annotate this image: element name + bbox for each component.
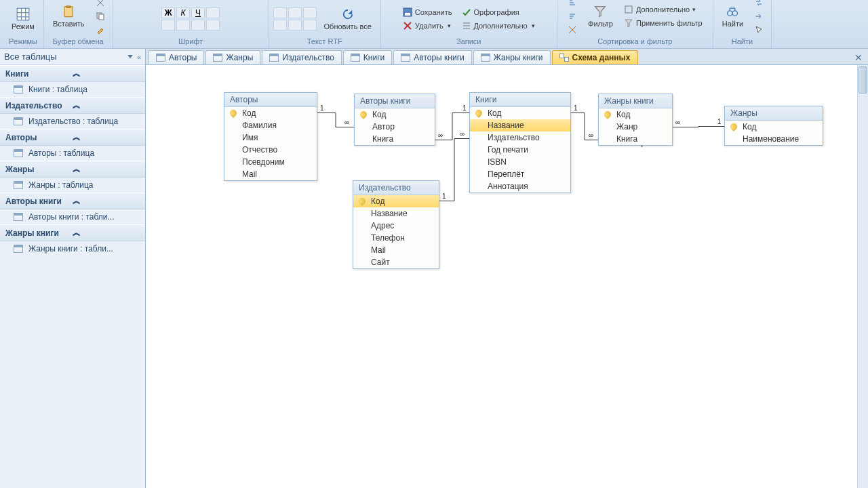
apply-filter-button[interactable]: Применить фильтр: [620, 17, 706, 29]
nav-group-header[interactable]: Жанры книги︽: [0, 224, 145, 241]
schema-field[interactable]: Mail: [224, 168, 317, 180]
schema-field[interactable]: Фамилия: [224, 119, 317, 131]
document-tab[interactable]: Жанры: [205, 50, 260, 64]
schema-table[interactable]: ИздательствоКодНазваниеАдресТелефонMailС…: [353, 180, 439, 269]
schema-field[interactable]: Сайт: [353, 256, 439, 268]
paste-button[interactable]: Вставить: [48, 3, 90, 30]
nav-item[interactable]: Авторы книги : табли...: [0, 209, 145, 224]
schema-field[interactable]: Переплёт: [470, 168, 570, 180]
indent-inc-button[interactable]: [273, 20, 287, 30]
schema-field[interactable]: Имя: [224, 131, 317, 144]
nav-item[interactable]: Книги : таблица: [0, 82, 145, 97]
vertical-scrollbar[interactable]: [857, 65, 868, 488]
nav-pane-header[interactable]: Все таблицы «: [0, 49, 145, 65]
document-tab[interactable]: Авторы: [149, 50, 204, 64]
bold-button[interactable]: Ж: [161, 7, 175, 18]
more-records-button[interactable]: Дополнительно▾: [458, 20, 538, 32]
indent-dec-button[interactable]: [303, 7, 317, 18]
cut-button[interactable]: [92, 0, 108, 9]
ltr-button[interactable]: [288, 20, 302, 30]
nav-group-header[interactable]: Авторы книги︽: [0, 192, 145, 209]
nav-group-header[interactable]: Издательство︽: [0, 97, 145, 114]
schema-field[interactable]: Наименование: [725, 133, 823, 145]
schema-field[interactable]: Код: [224, 107, 317, 119]
document-tab[interactable]: Жанры книги: [473, 50, 551, 64]
schema-field[interactable]: Адрес: [353, 220, 439, 232]
schema-field[interactable]: Аннотация: [470, 180, 570, 192]
tab-label: Жанры: [226, 53, 253, 62]
nav-collapse-button[interactable]: «: [137, 53, 141, 61]
schema-table-title[interactable]: Жанры: [725, 106, 823, 121]
schema-field[interactable]: Телефон: [353, 232, 439, 244]
save-button[interactable]: Сохранить: [399, 6, 456, 18]
close-tab-button[interactable]: ✕: [849, 51, 868, 64]
schema-table[interactable]: Авторы книгиКодАвторКнига: [354, 94, 435, 146]
align-left-button[interactable]: [206, 7, 220, 18]
select-button[interactable]: [751, 24, 767, 36]
chevron-up-icon: ︽: [73, 227, 140, 239]
align-center-button[interactable]: [206, 20, 220, 30]
sort-asc-button[interactable]: [564, 0, 580, 9]
schema-table-title[interactable]: Книги: [470, 93, 570, 107]
schema-field[interactable]: Псевдоним: [224, 156, 317, 168]
delete-button[interactable]: Удалить▾: [399, 20, 456, 32]
scrollbar-thumb[interactable]: [859, 66, 867, 94]
nav-item[interactable]: Авторы : таблица: [0, 146, 145, 161]
schema-field[interactable]: Автор: [355, 121, 435, 133]
nav-item[interactable]: Жанры : таблица: [0, 178, 145, 192]
nav-item[interactable]: Жанры книги : табли...: [0, 241, 145, 256]
schema-field[interactable]: Книга: [599, 133, 672, 145]
filter-button[interactable]: Фильтр: [583, 3, 618, 30]
sort-desc-button[interactable]: [564, 10, 580, 22]
schema-table-title[interactable]: Жанры книги: [599, 94, 672, 108]
gridlines-button[interactable]: [191, 20, 205, 30]
document-tab[interactable]: Авторы книги: [393, 50, 471, 64]
advanced-filter-button[interactable]: Дополнительно▾: [620, 3, 706, 16]
schema-field[interactable]: Название: [353, 207, 439, 220]
schema-field[interactable]: Код: [470, 107, 570, 119]
nav-item[interactable]: Издательство : таблица: [0, 114, 145, 129]
list-bullet-button[interactable]: [288, 7, 302, 18]
schema-field[interactable]: Код: [599, 108, 672, 121]
document-tab[interactable]: Издательство: [262, 50, 342, 64]
nav-group-header[interactable]: Жанры︽: [0, 161, 145, 178]
copy-button[interactable]: [92, 10, 108, 22]
replace-button[interactable]: [751, 0, 767, 9]
schema-table-title[interactable]: Авторы книги: [355, 94, 435, 108]
schema-table[interactable]: КнигиКодНазваниеИздательствоГод печатиIS…: [469, 92, 571, 193]
spelling-button[interactable]: Орфография: [458, 6, 538, 18]
font-color-button[interactable]: [161, 20, 175, 30]
list-num-button[interactable]: [273, 7, 287, 18]
schema-field[interactable]: Книга: [355, 133, 435, 145]
goto-button[interactable]: [751, 10, 767, 22]
schema-field[interactable]: Издательство: [470, 131, 570, 144]
italic-button[interactable]: К: [176, 7, 190, 18]
refresh-all-button[interactable]: Обновить все: [319, 5, 376, 33]
schema-field[interactable]: ISBN: [470, 156, 570, 168]
schema-field[interactable]: Mail: [353, 244, 439, 256]
schema-field[interactable]: Код: [353, 195, 439, 207]
nav-group-header[interactable]: Книги︽: [0, 65, 145, 82]
find-button[interactable]: Найти: [717, 3, 748, 30]
schema-field[interactable]: Жанр: [599, 121, 672, 133]
schema-table-title[interactable]: Авторы: [224, 93, 317, 107]
relationships-canvas[interactable]: 1∞1∞1∞1∞1∞ АвторыКодФамилияИмяОтчествоПс…: [146, 65, 868, 488]
schema-field[interactable]: Отчество: [224, 144, 317, 156]
document-tab[interactable]: Книги: [343, 50, 392, 64]
rtl-button[interactable]: [303, 20, 317, 30]
nav-group-header[interactable]: Авторы︽: [0, 129, 145, 146]
brush-button[interactable]: [92, 24, 108, 36]
view-mode-button[interactable]: Режим: [7, 5, 39, 33]
fill-color-button[interactable]: [176, 20, 190, 30]
schema-field[interactable]: Код: [725, 121, 823, 133]
clear-sort-button[interactable]: [564, 24, 580, 36]
document-tab[interactable]: Схема данных: [552, 50, 638, 64]
schema-field[interactable]: Код: [355, 108, 435, 121]
schema-table[interactable]: ЖанрыКодНаименование: [724, 106, 823, 146]
schema-field[interactable]: Название: [470, 119, 570, 131]
schema-field[interactable]: Год печати: [470, 144, 570, 156]
schema-table[interactable]: Жанры книгиКодЖанрКнига: [598, 94, 673, 146]
schema-table[interactable]: АвторыКодФамилияИмяОтчествоПсевдонимMail: [224, 92, 317, 181]
schema-table-title[interactable]: Издательство: [353, 181, 439, 195]
underline-button[interactable]: Ч: [191, 7, 205, 18]
